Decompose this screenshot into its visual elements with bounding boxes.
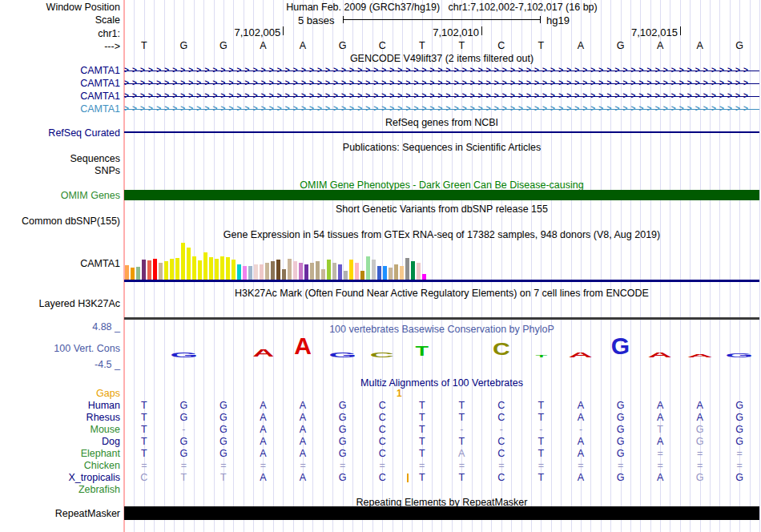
gencode-gene-label[interactable]: CAMTA1 [0,78,122,89]
gtex-tissue-bar[interactable] [265,263,269,280]
gtex-tissue-bar[interactable] [377,266,381,280]
multiz-alignment-row[interactable]: ================ [124,460,759,472]
h3k27ac-baseline[interactable] [124,317,759,320]
sequences-label[interactable]: Sequences [0,153,122,164]
multiz-species-label[interactable]: Chicken [0,460,122,471]
multiz-alignment-row[interactable] [124,484,759,496]
gtex-tissue-bar[interactable] [349,260,353,280]
reference-sequence-row[interactable]: TGGAAGCTTCTAGAAG [124,40,759,52]
gtex-gene-label[interactable]: CAMTA1 [0,258,122,269]
gtex-tissue-bar[interactable] [389,268,393,280]
gene-strand-arrows[interactable]: >>>>>>>>>>>>>>>>>>>>>>>>>>>>>>>>>>>>>>>>… [124,91,759,102]
gtex-tissue-bar[interactable] [192,256,196,280]
omim-genes-label[interactable]: OMIM Genes [0,190,122,201]
gtex-tissue-bar[interactable] [153,259,157,280]
phylop-track-label[interactable]: 100 Vert. Cons [0,343,122,354]
gtex-tissue-bar[interactable] [304,264,308,280]
gtex-tissue-bar[interactable] [175,258,179,280]
aligned-base: G [323,400,363,412]
gencode-gene-label[interactable]: CAMTA1 [0,103,122,115]
gtex-tissue-bar[interactable] [282,269,286,280]
gtex-tissue-bar[interactable] [203,252,207,280]
gene-strand-arrows[interactable]: >>>>>>>>>>>>>>>>>>>>>>>>>>>>>>>>>>>>>>>>… [124,65,759,76]
repeatmasker-element-bar[interactable] [124,506,759,520]
gtex-tissue-bar[interactable] [125,265,129,280]
gtex-tissue-bar[interactable] [321,269,325,280]
refseq-gene-line[interactable] [124,131,759,133]
gtex-tissue-bar[interactable] [147,260,151,280]
multiz-alignment-row[interactable]: T-GAAGCT----GTGG [124,424,759,436]
gtex-tissue-bar[interactable] [232,260,236,280]
gtex-tissue-bar[interactable] [400,266,404,280]
aligned-base: T [640,424,680,436]
gene-strand-arrows[interactable]: >>>>>>>>>>>>>>>>>>>>>>>>>>>>>>>>>>>>>>>>… [124,78,759,89]
conservation-logo-letter: C [354,352,409,358]
gtex-tissue-bar[interactable] [394,264,398,280]
gtex-tissue-bar[interactable] [310,263,314,280]
multiz-species-label[interactable]: Rhesus [0,412,122,423]
repeatmasker-label[interactable]: RepeatMasker [0,508,122,519]
gtex-tissue-bar[interactable] [159,263,163,280]
gtex-tissue-bar[interactable] [248,266,252,280]
gtex-tissue-bar[interactable] [181,243,185,280]
multiz-alignment-row[interactable]: TGGAAGCTACTAG=== [124,448,759,460]
multiz-species-label[interactable]: Elephant [0,448,122,459]
gencode-gene-label[interactable]: CAMTA1 [0,91,122,102]
gtex-tissue-bar[interactable] [293,261,297,280]
gtex-tissue-bar[interactable] [254,264,258,280]
gtex-tissue-bar[interactable] [226,257,230,280]
gtex-tissue-bar[interactable] [405,258,409,280]
conservation-logo[interactable]: GAAGCTCTAGAAG [124,332,759,360]
gtex-tissue-bar[interactable] [383,266,387,280]
gtex-tissue-bar[interactable] [215,259,219,280]
multiz-species-label[interactable]: Dog [0,436,122,447]
aligned-base: - [481,424,521,436]
gtex-tissue-bar[interactable] [332,263,336,280]
multiz-alignment-row[interactable]: TGGAAGCTTCTAGAGG [124,436,759,448]
gtex-tissue-bar[interactable] [260,264,264,280]
gtex-tissue-bar[interactable] [187,248,191,280]
multiz-species-label[interactable]: Zebrafish [0,484,122,495]
gencode-gene-label[interactable]: CAMTA1 [0,65,122,76]
gene-strand-arrows[interactable]: >>>>>>>>>>>>>>>>>>>>>>>>>>>>>>>>>>>>>>>>… [124,103,759,115]
gtex-tissue-bar[interactable] [237,264,241,280]
gtex-tissue-bar[interactable] [299,263,303,280]
gtex-tissue-bar[interactable] [417,263,421,280]
gtex-tissue-bar[interactable] [338,264,342,280]
omim-track-title: OMIM Gene Phenotypes - Dark Green Can Be… [124,179,759,191]
multiz-species-label[interactable]: Mouse [0,424,122,435]
multiz-gaps-label[interactable]: Gaps [0,388,122,399]
gtex-tissue-bar[interactable] [209,257,213,280]
refseq-curated-label[interactable]: RefSeq Curated [0,127,122,139]
multiz-alignment-row[interactable]: TGGAAGCTTCTAGAAG [124,400,759,412]
gtex-tissue-bar[interactable] [360,271,364,280]
dbsnp-label[interactable]: Common dbSNP(155) [0,216,122,227]
gtex-tissue-bar[interactable] [136,267,140,280]
gtex-tissue-bar[interactable] [198,260,202,280]
gtex-tissue-bar[interactable] [131,268,135,280]
h3k27ac-label[interactable]: Layered H3K27Ac [0,298,122,309]
gtex-tissue-bar[interactable] [355,263,359,280]
gtex-tissue-bar[interactable] [366,256,370,280]
multiz-alignment-row[interactable]: CTTAAGCTTCTAGAGG [124,472,759,484]
gtex-tissue-bar[interactable] [243,266,247,280]
gtex-tissue-bar[interactable] [170,259,174,280]
gtex-tissue-bar[interactable] [316,261,320,280]
gtex-tissue-bar[interactable] [327,260,331,280]
snps-label[interactable]: SNPs [0,165,122,176]
multiz-species-label[interactable]: Human [0,400,122,411]
omim-gene-bar[interactable] [124,190,759,200]
gtex-tissue-bar[interactable] [288,259,292,280]
gtex-tissue-bar[interactable] [372,260,376,280]
gtex-tissue-bar[interactable] [164,261,168,280]
multiz-species-label[interactable]: X_tropicalis [0,472,122,483]
gtex-tissue-bar[interactable] [142,260,146,280]
gtex-tissue-bar[interactable] [220,256,224,280]
gtex-tissue-bar[interactable] [411,261,415,280]
gtex-tissue-bar[interactable] [344,271,348,280]
gtex-tissue-bar[interactable] [422,274,426,280]
gtex-tissue-bar[interactable] [271,261,275,280]
gtex-expression-barchart[interactable] [125,240,445,280]
gtex-tissue-bar[interactable] [276,260,280,280]
multiz-alignment-row[interactable]: TGGAAGCTTCTAGAAG [124,412,759,424]
